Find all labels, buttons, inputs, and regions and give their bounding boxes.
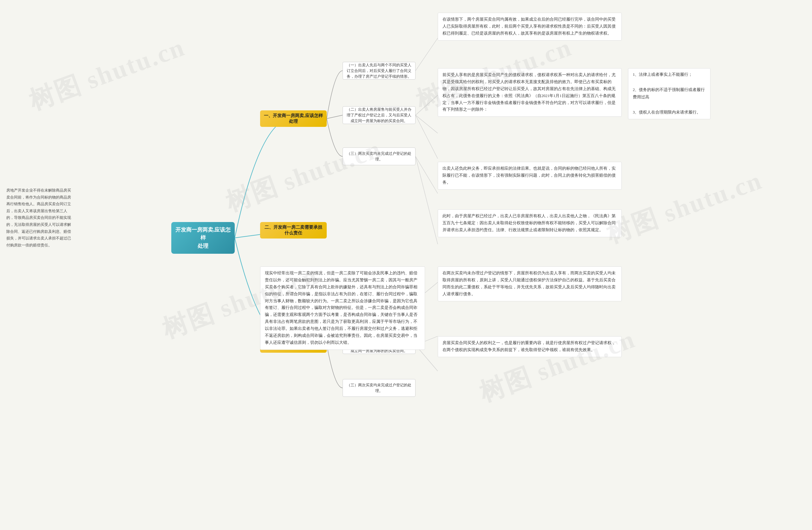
l2-node-1-2: （二）出卖人将房屋售与前买受人并办理了产权过户登记之后，又与后买受人成立同一房屋… — [343, 106, 416, 124]
text-right-3-1: 在两次买卖均未办理过户登记的情形下，房屋所有权仍为出卖人享有，而两次买卖的买受人… — [438, 266, 622, 301]
text-top-right-1: 在该情形下，两个房屋买卖合同均属有效，如果成立在后的合同已经履行完毕，该合同中的… — [438, 13, 622, 41]
l1-node-1: 一、开发商一房两卖,应该怎样处理 — [260, 111, 327, 127]
text-mid-right-2: 此时，由于房屋产权已经过户，出卖人已非房屋所有权人，出卖人出卖他人之物，《民法典… — [438, 209, 622, 237]
text-top-right-2: 前买受人享有的是房屋买卖合同产生的债权请求权，债权请求权系一种对出卖人的请求给付… — [438, 68, 622, 117]
text-right-3-2: 房屋买卖合同买受人的权利之一，也是履行的重要内容，就是行使房屋所有权过户登记请求… — [438, 336, 622, 357]
l2-node-1-3: （三）两次买卖均未完成过户登记的处理。 — [343, 147, 416, 165]
text-mid-right-1: 出卖人还负此种义务，即应承担相应的法律后果。也就是说，合同的标的物已经问他人所有… — [438, 162, 622, 190]
l2-node-1-1: （一）出卖人先后与两个不同的买受人订立合同后，对后买受人履行了合同义务，办理了房… — [343, 62, 416, 79]
l2-node-3-3: （三）两次买卖均未完成过户登记的处理。 — [343, 379, 416, 397]
left-description: 房地产开发企业不得在未解除商品房买卖合同前，将作为合同标的物的商品房再行销售给他… — [6, 187, 73, 249]
text-bottom-fraud: 现实中经常出现一房二卖的情况，但是一房二卖除了可能会涉及民事上的违约、赔偿责任以… — [260, 266, 425, 350]
num-list-1: 1、法律上或者事实上不能履行； 2、债务的标的不适于强制履行或者履行费用过高 3… — [628, 68, 710, 119]
center-node: 开发商一房两卖,应该怎样 处理 — [171, 222, 235, 254]
l1-node-2: 二、开发商一房二卖需要承担什么责任 — [260, 222, 327, 238]
